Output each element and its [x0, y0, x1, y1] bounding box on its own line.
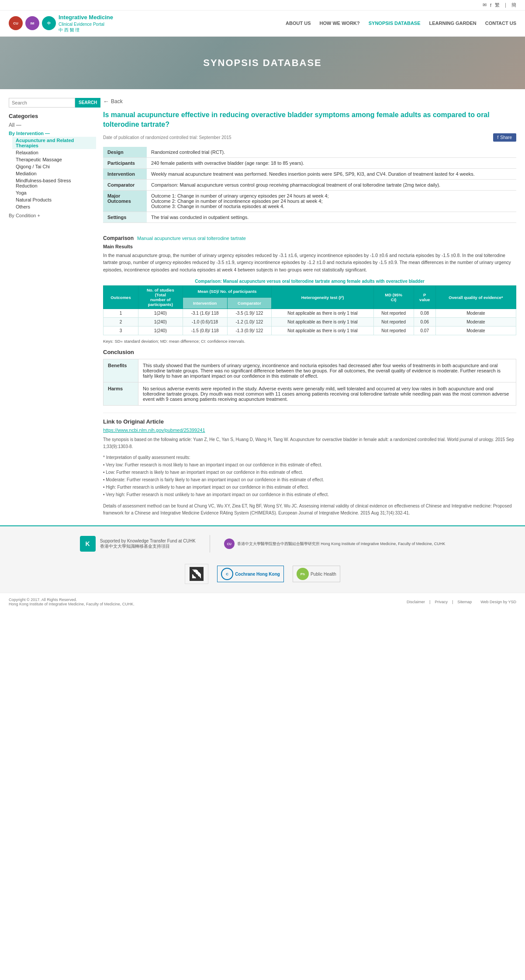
sidebar-item-mindfulness[interactable]: Mindfulness-based Stress Reduction: [12, 177, 96, 189]
back-label: Back: [111, 98, 123, 104]
info-row: ComparatorComparison: Manual acupuncture…: [103, 179, 516, 190]
lang-trad[interactable]: 繁: [495, 2, 500, 8]
footer-main: K Supported by Knowledge Transfer Fund a…: [0, 525, 525, 593]
main-results-title: Main Results: [103, 244, 516, 249]
categories-title: Categories: [9, 113, 96, 119]
article-title: Is manual acupuncture effective in reduc…: [103, 110, 516, 130]
main-nav: ABOUT US HOW WE WORK? SYNOPSIS DATABASE …: [286, 21, 516, 26]
pub-date-text: Date of publication of randomized contro…: [103, 135, 231, 140]
table-row: 31(240)-1.5 (0.8)/ 118-1.3 (0.9)/ 122Not…: [104, 327, 516, 335]
sidebar-all[interactable]: All —: [9, 122, 96, 128]
facebook-share-icon: f: [497, 135, 499, 140]
sidebar: SEARCH Categories All — By Intervention …: [9, 98, 96, 517]
nav-synopsis[interactable]: SYNOPSIS DATABASE: [369, 21, 421, 26]
copyright-text: Copyright © 2017. All Rights Reserved. H…: [9, 598, 135, 606]
email-icon[interactable]: ✉: [483, 2, 487, 8]
logo-area: CU IM 中 Integrative Medicine Clinical Ev…: [9, 14, 113, 33]
conclusion-table: BenefitsThis study showed that the numbe…: [103, 359, 516, 406]
comparison-name: Manual acupuncture versus oral tolterodi…: [137, 236, 246, 241]
nav-about[interactable]: ABOUT US: [286, 21, 311, 26]
citation-text: The synopsis is based on the following a…: [103, 436, 516, 450]
th-comparator: Comparator: [227, 297, 272, 309]
th-outcomes: Outcomes: [104, 286, 138, 309]
sidebar-item-massage[interactable]: Therapeutic Massage: [12, 156, 96, 163]
facebook-icon[interactable]: f: [490, 3, 491, 8]
webdesign-text: Web Design by YSD: [480, 600, 516, 604]
article-link[interactable]: https://www.ncbi.nlm.nih.gov/pubmed/2539…: [103, 427, 516, 433]
conclusion-row: HarmsNo serious adverse events were repo…: [104, 382, 516, 406]
details-text: Details of assessment method can be foun…: [103, 503, 516, 517]
info-row: Major OutcomesOutcome 1: Change in numbe…: [103, 190, 516, 212]
th-md-ci: MD (95%CI): [373, 286, 414, 309]
sidebar-by-intervention: By Intervention — Acupuncture and Relate…: [9, 130, 96, 210]
lang-simp[interactable]: 簡: [511, 2, 516, 8]
qr-code-box: [185, 564, 208, 584]
pub-date-row: Date of publication of randomized contro…: [103, 133, 516, 142]
sidebar-item-others[interactable]: Others: [12, 203, 96, 210]
sidebar-item-relaxation[interactable]: Relaxation: [12, 149, 96, 156]
public-health-logo: Ph Public Health: [293, 566, 340, 582]
info-table: DesignRandomized controlled trial (RCT).…: [103, 147, 516, 223]
sidebar-item-mediation[interactable]: Mediation: [12, 170, 96, 177]
lang-divider: ｜: [503, 2, 508, 8]
conclusion-title: Conclusion: [103, 349, 516, 355]
th-intervention: Intervention: [183, 297, 227, 309]
by-condition-title[interactable]: By Condition +: [9, 212, 96, 219]
by-intervention-title[interactable]: By Intervention —: [9, 130, 96, 137]
info-row: SettingsThe trial was conducted in outpa…: [103, 212, 516, 222]
sitemap-link[interactable]: Sitemap: [457, 600, 472, 604]
comparison-label: Comparison: [103, 235, 134, 241]
disclaimer-link[interactable]: Disclaimer: [407, 600, 425, 604]
logo-im: IM: [25, 16, 39, 30]
share-button[interactable]: f Share: [493, 133, 516, 142]
th-no-studies: No. of studies(Totalnumber ofparticipant…: [138, 286, 183, 309]
sidebar-item-yoga[interactable]: Yoga: [12, 189, 96, 196]
brand-text: Integrative Medicine Clinical Evidence P…: [59, 14, 113, 33]
conclusion-row: BenefitsThis study showed that the numbe…: [104, 359, 516, 382]
footer-support: K Supported by Knowledge Transfer Fund a…: [80, 536, 196, 552]
table-row: 21(240)-1.0 (0.6)/118-1.2 (1.0)/ 122Not …: [104, 318, 516, 327]
footer-links: Disclaimer | Privacy | Sitemap Web Desig…: [407, 600, 516, 604]
data-table-wrapper: Comparison: Manual acupuncture versus or…: [103, 279, 516, 335]
back-arrow-icon: ←: [103, 98, 109, 105]
hero-title: SYNOPSIS DATABASE: [203, 57, 322, 69]
sidebar-item-qigong[interactable]: Qigong / Tai Chi: [12, 163, 96, 170]
nav-contact[interactable]: CONTACT US: [485, 21, 516, 26]
info-row: Participants240 female patients with ove…: [103, 157, 516, 168]
logo-cu: CU: [9, 16, 23, 30]
th-quality: Overall quality of evidence*: [435, 286, 516, 309]
sidebar-item-acupuncture[interactable]: Acupuncture and Related Therapies: [12, 137, 96, 149]
info-row: InterventionWeekly manual acupuncture tr…: [103, 168, 516, 179]
back-link[interactable]: ← Back: [103, 98, 516, 105]
table-row: 11(240)-3.1 (1.6)/ 118-3.5 (1.9)/ 122Not…: [104, 309, 516, 318]
krf-logo: K: [80, 536, 96, 552]
nav-how[interactable]: HOW WE WORK?: [319, 21, 359, 26]
partner-logos: C Cochrane Hong Kong Ph Public Health: [185, 564, 340, 584]
th-mean-sd: Mean (SD)/ No. of participants: [183, 286, 272, 298]
keys-text: Keys: SD= standard deviation; MD: mean d…: [103, 339, 516, 344]
th-heterogeneity: Heterogeneity test (I²): [272, 286, 373, 309]
data-table-caption: Comparison: Manual acupuncture versus or…: [103, 279, 516, 284]
footer-bottom: Copyright © 2017. All Rights Reserved. H…: [0, 593, 525, 611]
hero-banner: SYNOPSIS DATABASE: [0, 37, 525, 89]
results-text: In the manual acupuncture group, the num…: [103, 252, 516, 274]
cuhk-logo-icon: CU: [224, 539, 235, 549]
support-text: Supported by Knowledge Transfer Fund at …: [100, 539, 196, 549]
info-row: DesignRandomized controlled trial (RCT).: [103, 147, 516, 158]
privacy-link[interactable]: Privacy: [435, 600, 448, 604]
sidebar-item-natural[interactable]: Natural Products: [12, 196, 96, 203]
link-title: Link to Original Article: [103, 418, 516, 425]
th-p-value: Pvalue: [414, 286, 435, 309]
sidebar-by-condition: By Condition +: [9, 212, 96, 219]
logo-cp: 中: [42, 16, 56, 30]
footer-cuhk: CU 香港中文大學醫學院整合中西醫結合醫學研究所 Hong Kong Insti…: [224, 539, 446, 549]
search-input[interactable]: [9, 98, 75, 108]
data-table: Outcomes No. of studies(Totalnumber ofpa…: [103, 285, 516, 335]
article-content: ← Back Is manual acupuncture effective i…: [103, 98, 516, 517]
nav-learning[interactable]: LEARNING GARDEN: [429, 21, 477, 26]
search-button[interactable]: SEARCH: [75, 98, 100, 108]
cochrane-logo: C Cochrane Hong Kong: [217, 566, 284, 582]
interpretation: * Interpretation of quality assessment r…: [103, 454, 516, 498]
